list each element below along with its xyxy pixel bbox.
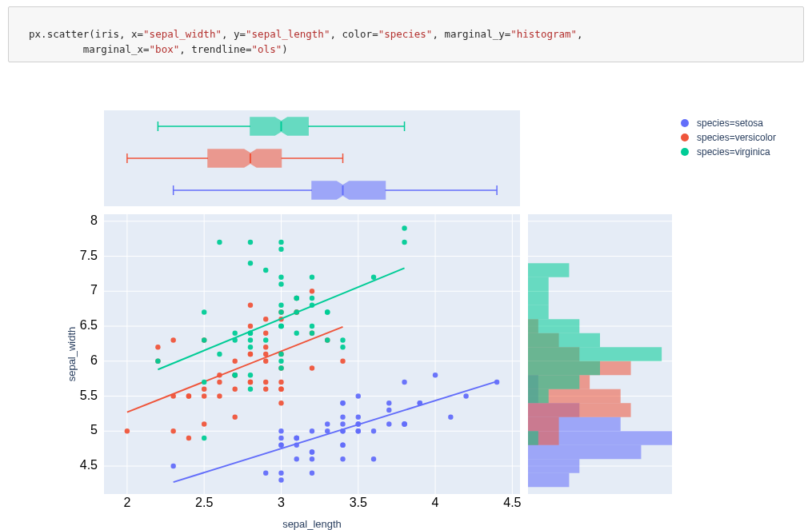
scatter-dot[interactable] bbox=[356, 394, 361, 399]
scatter-dot[interactable] bbox=[294, 456, 299, 461]
hist-bar[interactable] bbox=[528, 376, 579, 390]
scatter-dot[interactable] bbox=[310, 471, 314, 476]
scatter-dot[interactable] bbox=[263, 359, 268, 364]
scatter-dot[interactable] bbox=[278, 275, 283, 280]
scatter-dot[interactable] bbox=[248, 240, 253, 245]
chart-svg[interactable]: 22.533.544.54.555.566.577.58sepal_length… bbox=[64, 110, 680, 530]
scatter-dot[interactable] bbox=[263, 268, 268, 273]
scatter-dot[interactable] bbox=[386, 400, 391, 405]
hist-bar[interactable] bbox=[528, 348, 662, 362]
legend-item[interactable]: species=versicolor bbox=[681, 132, 776, 143]
legend-item[interactable]: species=virginica bbox=[681, 146, 776, 157]
scatter-dot[interactable] bbox=[325, 310, 330, 315]
hist-bar[interactable] bbox=[528, 361, 600, 376]
hist-bar[interactable] bbox=[528, 404, 631, 418]
hist-bar[interactable] bbox=[528, 333, 600, 348]
scatter-dot[interactable] bbox=[248, 345, 253, 349]
scatter-dot[interactable] bbox=[170, 428, 175, 433]
scatter-dot[interactable] bbox=[371, 428, 376, 433]
scatter-dot[interactable] bbox=[386, 408, 391, 412]
scatter-dot[interactable] bbox=[217, 380, 222, 385]
scatter-dot[interactable] bbox=[340, 345, 345, 349]
scatter-dot[interactable] bbox=[278, 471, 283, 476]
scatter-dot[interactable] bbox=[448, 415, 453, 420]
scatter-dot[interactable] bbox=[278, 359, 283, 364]
scatter-dot[interactable] bbox=[263, 338, 268, 343]
scatter-dot[interactable] bbox=[233, 331, 238, 336]
scatter-dot[interactable] bbox=[402, 422, 406, 427]
scatter-dot[interactable] bbox=[263, 331, 268, 336]
hist-bar[interactable] bbox=[528, 389, 549, 404]
scatter-dot[interactable] bbox=[310, 450, 314, 455]
scatter-dot[interactable] bbox=[155, 345, 160, 349]
scatter-dot[interactable] bbox=[155, 359, 160, 364]
scatter-dot[interactable] bbox=[263, 380, 268, 385]
scatter-dot[interactable] bbox=[186, 394, 191, 399]
scatter-dot[interactable] bbox=[310, 275, 314, 280]
scatter-dot[interactable] bbox=[248, 303, 253, 308]
scatter-dot[interactable] bbox=[310, 331, 314, 336]
scatter-dot[interactable] bbox=[278, 380, 283, 385]
scatter-dot[interactable] bbox=[371, 275, 376, 280]
scatter-dot[interactable] bbox=[340, 443, 345, 448]
scatter-dot[interactable] bbox=[248, 324, 253, 329]
scatter-dot[interactable] bbox=[202, 422, 206, 427]
scatter-dot[interactable] bbox=[278, 303, 283, 308]
scatter-dot[interactable] bbox=[294, 331, 299, 336]
scatter-dot[interactable] bbox=[202, 436, 206, 440]
scatter-dot[interactable] bbox=[233, 415, 238, 420]
scatter-dot[interactable] bbox=[217, 240, 222, 245]
scatter-dot[interactable] bbox=[294, 296, 299, 301]
scatter-dot[interactable] bbox=[263, 471, 268, 476]
scatter-dot[interactable] bbox=[310, 289, 314, 293]
box-body[interactable] bbox=[208, 149, 281, 167]
scatter-dot[interactable] bbox=[402, 226, 406, 231]
scatter-dot[interactable] bbox=[278, 282, 283, 287]
scatter-dot[interactable] bbox=[278, 247, 283, 252]
scatter-dot[interactable] bbox=[170, 464, 175, 468]
scatter-dot[interactable] bbox=[263, 345, 268, 349]
scatter-dot[interactable] bbox=[217, 352, 222, 357]
scatter-dot[interactable] bbox=[202, 310, 206, 315]
scatter-dot[interactable] bbox=[248, 380, 253, 385]
scatter-dot[interactable] bbox=[278, 436, 283, 440]
scatter-dot[interactable] bbox=[278, 310, 283, 315]
scatter-dot[interactable] bbox=[310, 324, 314, 329]
hist-bar[interactable] bbox=[528, 417, 559, 432]
scatter-dot[interactable] bbox=[278, 352, 283, 357]
scatter-dot[interactable] bbox=[202, 387, 206, 392]
legend-item[interactable]: species=setosa bbox=[681, 118, 776, 129]
hist-bar[interactable] bbox=[528, 460, 579, 474]
scatter-dot[interactable] bbox=[248, 373, 253, 377]
scatter-dot[interactable] bbox=[202, 394, 206, 399]
scatter-dot[interactable] bbox=[402, 240, 406, 245]
plotly-chart[interactable]: 22.533.544.54.555.566.577.58sepal_length… bbox=[64, 110, 784, 530]
hist-bar[interactable] bbox=[528, 473, 569, 488]
scatter-dot[interactable] bbox=[278, 387, 283, 392]
hist-bar[interactable] bbox=[528, 277, 549, 292]
scatter-dot[interactable] bbox=[278, 428, 283, 433]
scatter-dot[interactable] bbox=[217, 394, 222, 399]
scatter-dot[interactable] bbox=[125, 428, 130, 433]
scatter-dot[interactable] bbox=[340, 415, 345, 420]
scatter-dot[interactable] bbox=[340, 400, 345, 405]
scatter-dot[interactable] bbox=[402, 380, 406, 385]
scatter-dot[interactable] bbox=[186, 436, 191, 440]
scatter-dot[interactable] bbox=[233, 359, 238, 364]
box-body[interactable] bbox=[250, 118, 308, 135]
scatter-dot[interactable] bbox=[463, 394, 468, 399]
scatter-dot[interactable] bbox=[340, 422, 345, 427]
scatter-dot[interactable] bbox=[233, 373, 238, 377]
scatter-dot[interactable] bbox=[433, 373, 438, 377]
scatter-dot[interactable] bbox=[278, 478, 283, 483]
scatter-dot[interactable] bbox=[248, 387, 253, 392]
scatter-dot[interactable] bbox=[310, 296, 314, 301]
scatter-dot[interactable] bbox=[278, 324, 283, 329]
scatter-dot[interactable] bbox=[310, 366, 314, 371]
scatter-dot[interactable] bbox=[371, 456, 376, 461]
scatter-dot[interactable] bbox=[248, 338, 253, 343]
scatter-dot[interactable] bbox=[340, 359, 345, 364]
hist-bar[interactable] bbox=[528, 305, 549, 320]
scatter-dot[interactable] bbox=[248, 261, 253, 265]
scatter-dot[interactable] bbox=[202, 380, 206, 385]
